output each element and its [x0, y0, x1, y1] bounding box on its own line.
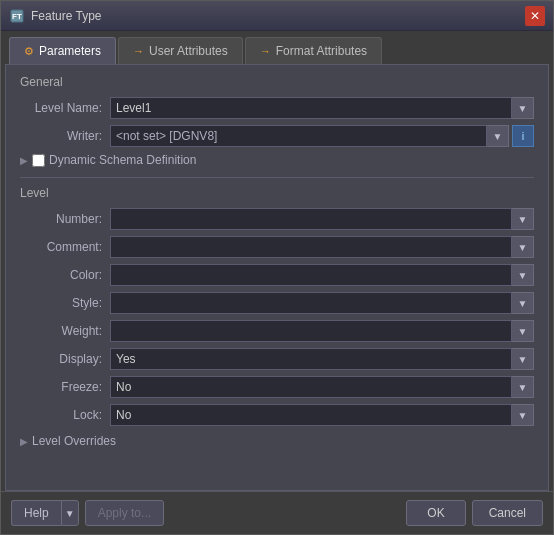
level-name-dropdown-btn[interactable]: ▼	[512, 97, 534, 119]
number-row: Number: ▼	[20, 208, 534, 230]
writer-select[interactable]: <not set> [DGNV8]	[110, 125, 487, 147]
color-dropdown-btn[interactable]: ▼	[512, 264, 534, 286]
comment-row: Comment: ▼	[20, 236, 534, 258]
level-divider	[20, 177, 534, 178]
dynamic-schema-arrow-icon[interactable]: ▶	[20, 155, 28, 166]
apply-to-button[interactable]: Apply to...	[85, 500, 164, 526]
lock-input-group: No Yes ▼	[110, 404, 534, 426]
writer-row: Writer: <not set> [DGNV8] ▼ i	[20, 125, 534, 147]
writer-info-btn[interactable]: i	[512, 125, 534, 147]
lock-label: Lock:	[20, 408, 110, 422]
weight-input-group: ▼	[110, 320, 534, 342]
footer-right: OK Cancel	[406, 500, 543, 526]
freeze-input-group: No Yes ▼	[110, 376, 534, 398]
footer-left: Help ▼	[11, 500, 79, 526]
display-label: Display:	[20, 352, 110, 366]
tab-parameters-label: Parameters	[39, 44, 101, 58]
weight-label: Weight:	[20, 324, 110, 338]
dynamic-schema-label: Dynamic Schema Definition	[49, 153, 196, 167]
ok-button[interactable]: OK	[406, 500, 465, 526]
tab-user-attributes[interactable]: → User Attributes	[118, 37, 243, 64]
svg-text:FT: FT	[12, 12, 22, 21]
comment-label: Comment:	[20, 240, 110, 254]
help-dropdown-button[interactable]: ▼	[61, 500, 79, 526]
weight-field	[110, 320, 512, 342]
level-overrides-arrow-icon[interactable]: ▶	[20, 436, 28, 447]
color-input-group: ▼	[110, 264, 534, 286]
level-name-row: Level Name: ▼	[20, 97, 534, 119]
dynamic-schema-checkbox[interactable]	[32, 154, 45, 167]
close-button[interactable]: ✕	[525, 6, 545, 26]
lock-select[interactable]: No Yes	[110, 404, 512, 426]
general-section-label: General	[20, 75, 534, 89]
level-section-label: Level	[20, 186, 534, 200]
user-attributes-tab-icon: →	[133, 45, 144, 57]
number-dropdown-btn[interactable]: ▼	[512, 208, 534, 230]
writer-dropdown-btn[interactable]: ▼	[487, 125, 509, 147]
feature-type-dialog: FT Feature Type ✕ ⚙ Parameters → User At…	[0, 0, 554, 535]
comment-input-group: ▼	[110, 236, 534, 258]
level-name-input[interactable]	[110, 97, 512, 119]
cancel-button[interactable]: Cancel	[472, 500, 543, 526]
tab-parameters[interactable]: ⚙ Parameters	[9, 37, 116, 64]
lock-row: Lock: No Yes ▼	[20, 404, 534, 426]
number-input-group: ▼	[110, 208, 534, 230]
writer-label: Writer:	[20, 129, 110, 143]
level-name-label: Level Name:	[20, 101, 110, 115]
number-field	[110, 208, 512, 230]
level-overrides-row: ▶ Level Overrides	[20, 434, 534, 448]
writer-select-group: <not set> [DGNV8] ▼ i	[110, 125, 534, 147]
style-row: Style: ▼	[20, 292, 534, 314]
dialog-title: Feature Type	[31, 9, 102, 23]
tab-bar: ⚙ Parameters → User Attributes → Format …	[1, 31, 553, 64]
number-label: Number:	[20, 212, 110, 226]
style-label: Style:	[20, 296, 110, 310]
style-dropdown-btn[interactable]: ▼	[512, 292, 534, 314]
weight-dropdown-btn[interactable]: ▼	[512, 320, 534, 342]
tab-format-attributes-label: Format Attributes	[276, 44, 367, 58]
parameters-tab-icon: ⚙	[24, 45, 34, 58]
style-input-group: ▼	[110, 292, 534, 314]
level-name-input-group: ▼	[110, 97, 534, 119]
freeze-select[interactable]: No Yes	[110, 376, 512, 398]
footer: Help ▼ Apply to... OK Cancel	[1, 491, 553, 534]
tab-format-attributes[interactable]: → Format Attributes	[245, 37, 382, 64]
color-field	[110, 264, 512, 286]
comment-dropdown-btn[interactable]: ▼	[512, 236, 534, 258]
level-overrides-label: Level Overrides	[32, 434, 116, 448]
title-bar-left: FT Feature Type	[9, 8, 102, 24]
dynamic-schema-row: ▶ Dynamic Schema Definition	[20, 153, 534, 167]
help-button[interactable]: Help	[11, 500, 61, 526]
display-row: Display: Yes No ▼	[20, 348, 534, 370]
display-select[interactable]: Yes No	[110, 348, 512, 370]
freeze-label: Freeze:	[20, 380, 110, 394]
level-section: Level Number: ▼ Comment: ▼ Color:	[20, 177, 534, 448]
weight-row: Weight: ▼	[20, 320, 534, 342]
feature-type-icon: FT	[9, 8, 25, 24]
display-input-group: Yes No ▼	[110, 348, 534, 370]
freeze-row: Freeze: No Yes ▼	[20, 376, 534, 398]
format-attributes-tab-icon: →	[260, 45, 271, 57]
style-field	[110, 292, 512, 314]
tab-user-attributes-label: User Attributes	[149, 44, 228, 58]
color-row: Color: ▼	[20, 264, 534, 286]
display-dropdown-btn[interactable]: ▼	[512, 348, 534, 370]
title-bar: FT Feature Type ✕	[1, 1, 553, 31]
freeze-dropdown-btn[interactable]: ▼	[512, 376, 534, 398]
tab-content: General Level Name: ▼ Writer: <not set> …	[5, 64, 549, 491]
lock-dropdown-btn[interactable]: ▼	[512, 404, 534, 426]
color-label: Color:	[20, 268, 110, 282]
comment-field	[110, 236, 512, 258]
